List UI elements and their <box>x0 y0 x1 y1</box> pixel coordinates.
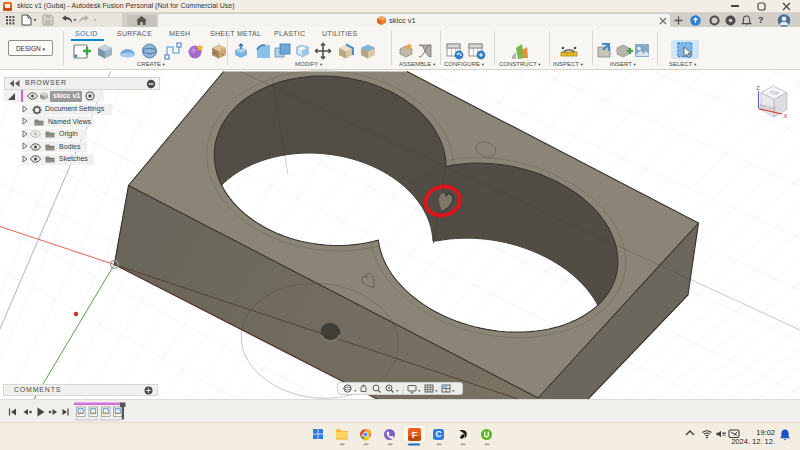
svg-text:19:02: 19:02 <box>756 428 775 437</box>
svg-text:F: F <box>412 430 418 440</box>
svg-text:2024. 12. 12.: 2024. 12. 12. <box>731 437 775 446</box>
svg-text:C: C <box>435 429 441 439</box>
